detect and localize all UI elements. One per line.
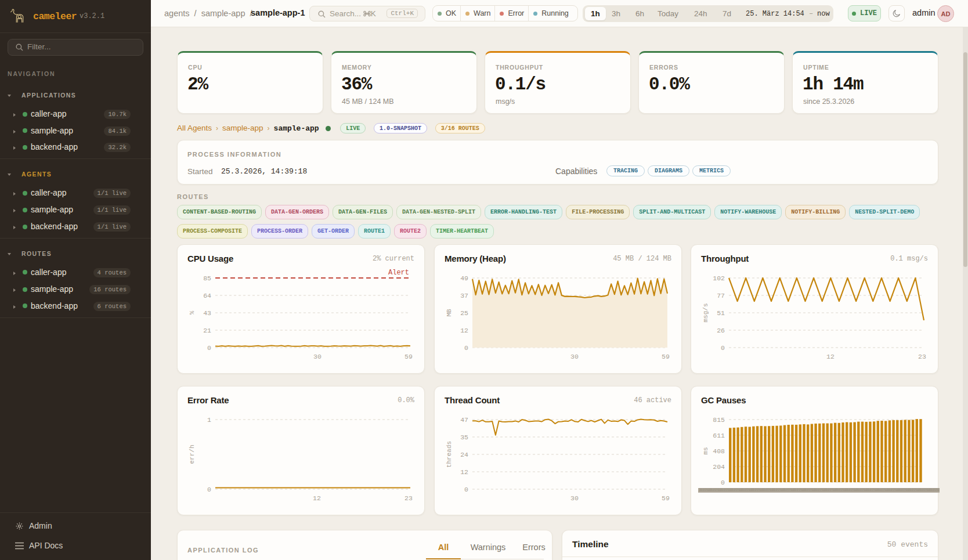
svg-text:611: 611 (713, 432, 725, 439)
svg-text:49: 49 (460, 274, 468, 282)
svg-text:85: 85 (203, 274, 211, 282)
svg-text:23: 23 (404, 494, 413, 502)
svg-text:1: 1 (207, 416, 211, 424)
svg-text:35: 35 (460, 433, 468, 441)
svg-text:43: 43 (203, 309, 211, 317)
svg-text:59: 59 (662, 494, 670, 502)
svg-text:12: 12 (826, 353, 835, 360)
svg-text:0: 0 (464, 486, 468, 493)
svg-text:59: 59 (662, 353, 670, 360)
svg-text:26: 26 (717, 327, 725, 334)
svg-text:30: 30 (313, 353, 322, 360)
svg-text:64: 64 (203, 292, 211, 299)
svg-text:err/h: err/h (189, 445, 196, 464)
svg-text:Alert: Alert (388, 269, 409, 277)
svg-text:815: 815 (713, 416, 725, 424)
svg-text:23: 23 (918, 353, 926, 360)
svg-text:12: 12 (460, 327, 468, 334)
svg-text:0: 0 (721, 344, 725, 352)
svg-text:12: 12 (460, 468, 468, 476)
svg-text:408: 408 (713, 447, 725, 455)
svg-text:0: 0 (207, 344, 211, 352)
svg-text:msg/s: msg/s (702, 303, 709, 322)
svg-text:47: 47 (460, 416, 468, 424)
svg-text:30: 30 (570, 494, 579, 502)
svg-text:12: 12 (313, 494, 321, 502)
svg-text:25: 25 (460, 309, 468, 317)
svg-text:%: % (189, 310, 196, 315)
svg-text:30: 30 (570, 353, 579, 360)
svg-text:51: 51 (717, 309, 725, 317)
svg-text:37: 37 (460, 292, 468, 299)
svg-text:204: 204 (713, 463, 725, 471)
svg-text:0: 0 (207, 486, 211, 493)
svg-text:MB: MB (446, 309, 453, 317)
svg-text:threads: threads (446, 441, 453, 468)
svg-text:21: 21 (203, 327, 211, 334)
svg-text:59: 59 (404, 353, 413, 360)
svg-text:ms: ms (702, 447, 709, 454)
svg-text:102: 102 (713, 274, 725, 282)
svg-text:0: 0 (721, 479, 725, 486)
svg-text:77: 77 (717, 292, 725, 299)
svg-text:24: 24 (460, 451, 468, 458)
svg-text:0: 0 (464, 344, 468, 352)
